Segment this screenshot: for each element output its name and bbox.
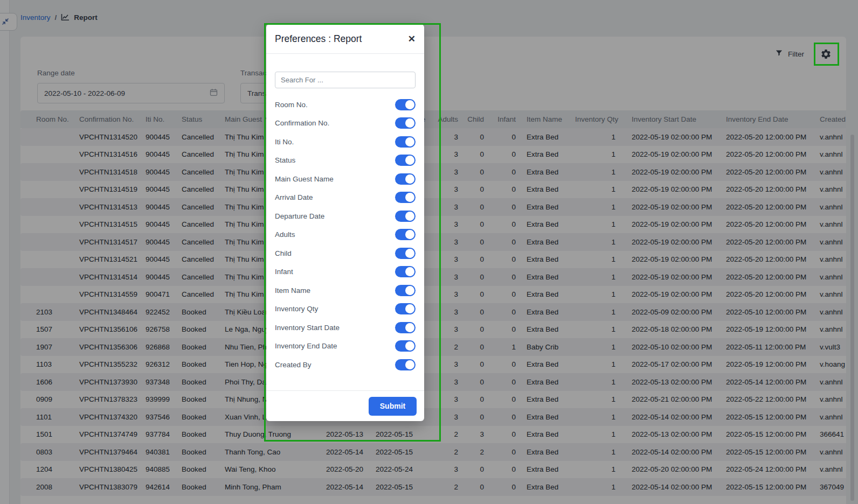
toggle-knob (405, 267, 414, 276)
modal-header: Preferences : Report ✕ (266, 24, 424, 54)
toggle-switch-adults[interactable] (395, 229, 416, 240)
preference-row-item-name: Item Name (275, 281, 416, 300)
preference-row-main-guest-name: Main Guest Name (275, 170, 416, 188)
preference-row-adults: Adults (275, 226, 416, 244)
preference-label: Inventory Start Date (275, 324, 340, 332)
preference-row-created-by: Created By (275, 355, 416, 374)
toggle-knob (405, 230, 414, 239)
preference-label: Departure Date (275, 212, 324, 220)
toggle-knob (405, 304, 414, 313)
toggle-knob (405, 249, 414, 258)
close-icon[interactable]: ✕ (408, 34, 416, 44)
modal-footer: Submit (266, 390, 424, 421)
toggle-switch-infant[interactable] (395, 266, 416, 277)
toggle-switch-created-by[interactable] (395, 359, 416, 370)
preference-label: Room No. (275, 101, 308, 109)
toggle-knob (405, 341, 414, 351)
preference-label: Infant (275, 268, 293, 276)
toggle-switch-inventory-qty[interactable] (395, 303, 416, 314)
preference-row-iti-no: Iti No. (275, 132, 416, 151)
toggle-switch-confirmation-no[interactable] (395, 117, 416, 129)
toggle-knob (405, 323, 414, 332)
preference-row-confirmation-no: Confirmation No. (275, 114, 416, 133)
modal-backdrop (0, 0, 858, 504)
submit-button[interactable]: Submit (369, 397, 417, 416)
toggle-switch-main-guest-name[interactable] (395, 173, 416, 185)
toggle-switch-item-name[interactable] (395, 285, 416, 296)
toggle-switch-inventory-end-date[interactable] (395, 340, 416, 352)
toggle-knob (405, 118, 414, 128)
toggle-switch-inventory-start-date[interactable] (395, 322, 416, 333)
preference-label: Adults (275, 230, 295, 239)
toggle-knob (405, 360, 414, 369)
preference-toggle-list: Room No.Confirmation No.Iti No.StatusMai… (275, 95, 416, 374)
preference-label: Inventory Qty (275, 305, 318, 313)
toggle-switch-departure-date[interactable] (395, 211, 416, 222)
toggle-knob (405, 137, 414, 146)
toggle-switch-status[interactable] (395, 155, 416, 166)
toggle-switch-room-no[interactable] (395, 99, 416, 110)
toggle-switch-arrival-date[interactable] (395, 192, 416, 203)
toggle-switch-child[interactable] (395, 248, 416, 259)
search-input[interactable] (275, 72, 416, 88)
preference-label: Arrival Date (275, 193, 313, 201)
toggle-knob (405, 286, 414, 295)
preference-label: Status (275, 156, 295, 164)
modal-title: Preferences : Report (275, 33, 362, 45)
preference-row-inventory-qty: Inventory Qty (275, 300, 416, 319)
modal-body: Room No.Confirmation No.Iti No.StatusMai… (266, 54, 424, 374)
toggle-knob (405, 174, 414, 184)
preferences-modal: Preferences : Report ✕ Room No.Confirmat… (266, 24, 424, 421)
preference-label: Confirmation No. (275, 119, 329, 127)
toggle-knob (405, 100, 414, 109)
preference-row-arrival-date: Arrival Date (275, 188, 416, 207)
preference-label: Child (275, 249, 292, 257)
toggle-switch-iti-no[interactable] (395, 136, 416, 148)
toggle-knob (405, 193, 414, 202)
preference-label: Item Name (275, 286, 310, 295)
preference-label: Inventory End Date (275, 342, 337, 350)
report-page: Inventory / Report Filter Range date 202… (0, 0, 858, 504)
preference-row-infant: Infant (275, 263, 416, 282)
preference-row-departure-date: Departure Date (275, 207, 416, 226)
toggle-knob (405, 156, 414, 165)
preference-row-status: Status (275, 151, 416, 170)
preference-row-room-no: Room No. (275, 95, 416, 114)
preference-row-inventory-start-date: Inventory Start Date (275, 318, 416, 337)
preference-row-child: Child (275, 244, 416, 263)
preference-label: Iti No. (275, 138, 294, 146)
toggle-knob (405, 212, 414, 221)
preference-row-inventory-end-date: Inventory End Date (275, 337, 416, 356)
preference-label: Created By (275, 361, 312, 369)
preference-label: Main Guest Name (275, 175, 334, 183)
